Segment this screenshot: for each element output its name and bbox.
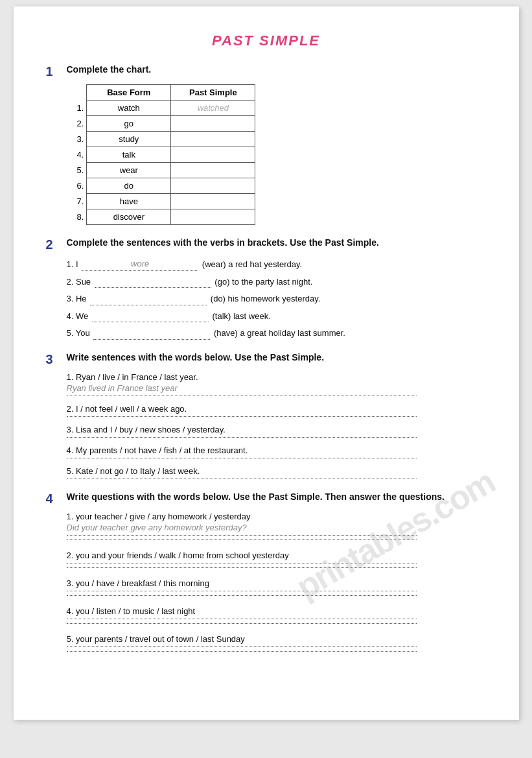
base-form-cell: go [87, 116, 171, 132]
sentence-item: 2. Sue (go) to the party last night. [67, 276, 487, 289]
past-form-cell [171, 132, 255, 147]
write-line [67, 458, 417, 458]
question-answer: Did your teacher give any homework yeste… [67, 523, 487, 532]
sentence-before: He [76, 294, 89, 303]
question-prompt: 5. your parents / travel out of town / l… [67, 634, 487, 644]
sentences-list: 1. I wore (wear) a red hat yesterday.2. … [67, 257, 487, 340]
section-3: 3 Write sentences with the words below. … [46, 351, 487, 479]
past-form-cell [171, 147, 255, 163]
write-prompt: 5. Kate / not go / to Italy / last week. [67, 466, 487, 476]
question-item: 1. your teacher / give / any homework / … [67, 512, 487, 540]
question-line-2 [67, 539, 417, 540]
question-line-1 [67, 619, 417, 619]
write-item: 1. Ryan / live / in France / last year.R… [67, 372, 487, 396]
table-row: 1.watchwatched [67, 101, 255, 116]
sentence-before: We [76, 311, 91, 321]
question-line-2 [67, 595, 417, 596]
sentence-after: (wear) a red hat yesterday. [202, 259, 302, 269]
row-number: 4. [67, 147, 87, 163]
base-form-cell: watch [87, 101, 171, 116]
table-row: 4.talk [67, 147, 255, 163]
table-row: 2.go [67, 116, 255, 132]
section-2-number: 2 [46, 237, 64, 252]
row-number: 8. [67, 209, 87, 225]
write-item: 4. My parents / not have / fish / at the… [67, 445, 487, 458]
section-3-instruction: Write sentences with the words below. Us… [67, 351, 325, 364]
question-prompt: 3. you / have / breakfast / this morning [67, 578, 487, 588]
write-prompt: 2. I / not feel / well / a week ago. [67, 404, 487, 414]
section-4-instruction: Write questions with the words below. Us… [67, 491, 445, 504]
question-item: 3. you / have / breakfast / this morning [67, 578, 487, 596]
question-line-2 [67, 567, 417, 568]
write-line [67, 479, 417, 479]
table-row: 5.wear [67, 163, 255, 178]
sentence-item: 1. I wore (wear) a red hat yesterday. [67, 257, 487, 271]
table-row: 6.do [67, 178, 255, 194]
base-form-cell: study [87, 132, 171, 147]
sentence-blank [95, 287, 211, 288]
sentence-item: 4. We (talk) last week. [67, 310, 487, 323]
sentence-item: 5. You (have) a great holiday last summe… [67, 327, 487, 340]
section-1: 1 Complete the chart. Base Form Past Sim… [46, 64, 487, 225]
sentence-before: I [76, 259, 80, 269]
write-line [67, 437, 417, 438]
sentence-num: 5. [67, 328, 74, 338]
sentence-before: Sue [76, 277, 93, 287]
past-form-cell [171, 178, 255, 194]
section-3-number: 3 [46, 351, 64, 367]
sentence-after: (do) his homework yesterday. [211, 294, 321, 303]
past-form-cell [171, 163, 255, 178]
base-form-cell: do [87, 178, 171, 194]
row-number: 2. [67, 116, 87, 132]
write-line [67, 396, 417, 396]
sentence-blank [90, 305, 207, 305]
sentence-num: 1. [67, 259, 74, 269]
write-item: 3. Lisa and I / buy / new shoes / yester… [67, 425, 487, 438]
past-form-cell [171, 209, 255, 225]
write-answer: Ryan lived in France last year [67, 383, 487, 393]
section-1-instruction: Complete the chart. [67, 64, 152, 77]
question-prompt: 1. your teacher / give / any homework / … [67, 512, 487, 521]
question-item: 2. you and your friends / walk / home fr… [67, 551, 487, 568]
question-line-1 [67, 646, 417, 647]
question-item: 5. your parents / travel out of town / l… [67, 634, 487, 652]
past-form-cell [171, 194, 255, 209]
past-form-cell: watched [171, 101, 255, 116]
worksheet-page: PAST SIMPLE 1 Complete the chart. Base F… [14, 6, 519, 720]
write-prompt: 1. Ryan / live / in France / last year. [67, 372, 487, 382]
table-row: 3.study [67, 132, 255, 147]
write-line [67, 416, 417, 417]
sentence-after: (go) to the party last night. [214, 277, 312, 287]
base-form-cell: wear [87, 163, 171, 178]
question-item: 4. you / listen / to music / last night [67, 606, 487, 624]
write-item: 5. Kate / not go / to Italy / last week. [67, 466, 487, 479]
section-4-number: 4 [46, 491, 64, 506]
base-form-cell: discover [87, 209, 171, 225]
section-1-number: 1 [46, 64, 64, 79]
table-row: 7.have [67, 194, 255, 209]
row-number: 1. [67, 101, 87, 116]
sentence-blank: wore [82, 257, 198, 271]
sentence-item: 3. He (do) his homework yesterday. [67, 292, 487, 305]
sentence-before: You [76, 328, 93, 338]
question-line-1 [67, 563, 417, 563]
sentence-blank [93, 339, 210, 340]
section-4: 4 Write questions with the words below. … [46, 491, 487, 652]
write-prompt: 3. Lisa and I / buy / new shoes / yester… [67, 425, 487, 434]
question-prompt: 2. you and your friends / walk / home fr… [67, 551, 487, 560]
sentence-after: (have) a great holiday last summer. [214, 328, 345, 338]
sentence-num: 2. [67, 277, 74, 287]
question-line-1 [67, 535, 417, 536]
question-prompt: 4. you / listen / to music / last night [67, 606, 487, 616]
table-header-past: Past Simple [171, 85, 255, 101]
write-list: 1. Ryan / live / in France / last year.R… [46, 372, 487, 479]
write-item: 2. I / not feel / well / a week ago. [67, 404, 487, 417]
section-4-header: 4 Write questions with the words below. … [46, 491, 487, 506]
sentence-after: (talk) last week. [212, 311, 270, 321]
sentence-num: 3. [67, 294, 74, 303]
past-form-cell [171, 116, 255, 132]
write-prompt: 4. My parents / not have / fish / at the… [67, 445, 487, 455]
section-3-header: 3 Write sentences with the words below. … [46, 351, 487, 367]
chart-table: Base Form Past Simple 1.watchwatched2.go… [67, 84, 256, 225]
sentence-num: 4. [67, 311, 74, 321]
